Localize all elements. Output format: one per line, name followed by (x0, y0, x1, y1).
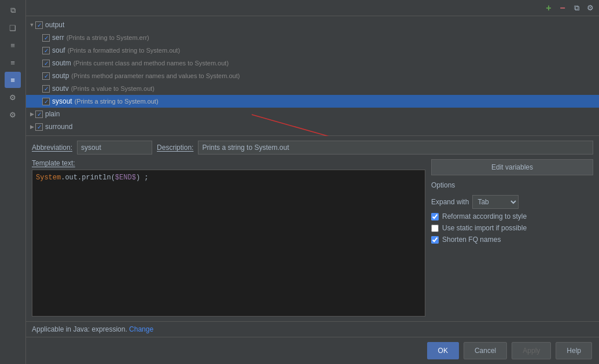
soutp-desc: (Prints method parameter names and value… (71, 72, 240, 79)
sidebar-icon-5[interactable]: ≡ (5, 72, 21, 88)
plain-checkbox[interactable] (35, 111, 43, 118)
sidebar-icon-6[interactable]: ⚙ (5, 89, 21, 105)
expand-with-select[interactable]: Tab Enter Space (472, 195, 519, 209)
sysout-desc: (Prints a string to System.out) (75, 98, 159, 105)
tree-item-soutv[interactable]: soutv (Prints a value to System.out) (26, 82, 599, 95)
tree-item-sysout[interactable]: sysout (Prints a string to System.out) (26, 95, 599, 108)
tree-item-serr[interactable]: serr (Prints a string to System.err) (26, 31, 599, 44)
abbreviation-input[interactable] (77, 141, 152, 155)
soutm-checkbox[interactable] (42, 60, 50, 67)
template-editor[interactable]: System.out.println($END$) ; (32, 170, 425, 317)
sysout-checkbox[interactable] (42, 98, 50, 105)
apply-button[interactable]: Apply (512, 342, 551, 359)
settings-toolbar-icon[interactable]: ⚙ (584, 2, 597, 14)
soutm-desc: (Prints current class and method names t… (74, 60, 229, 67)
output-arrow[interactable]: ▼ (28, 21, 35, 28)
surround-arrow[interactable]: ▶ (28, 123, 35, 130)
serr-checkbox[interactable] (42, 34, 50, 42)
tree-item-soutm[interactable]: soutm (Prints current class and method n… (26, 57, 599, 69)
options-title: Options (431, 181, 593, 189)
template-label: Template text: (32, 159, 425, 167)
tree-item-surround[interactable]: ▶ surround (26, 120, 599, 133)
soutv-checkbox[interactable] (42, 85, 50, 93)
output-label: output (45, 21, 64, 29)
expand-with-row: Expand with Tab Enter Space (431, 195, 593, 209)
duplicate-icon[interactable]: ⧉ (570, 2, 583, 14)
souf-label: souf (52, 46, 65, 54)
sidebar-icon-7[interactable]: ⚙ (5, 106, 21, 123)
cancel-button[interactable]: Cancel (464, 342, 507, 359)
soutv-label: soutv (52, 84, 69, 93)
sidebar-icon-3[interactable]: ≡ (5, 37, 21, 53)
bottom-panel: Abbreviation: Description: Template text… (26, 136, 599, 364)
reformat-checkbox-row[interactable]: Reformat according to style (431, 212, 593, 220)
static-import-checkbox[interactable] (431, 225, 439, 232)
template-row: Template text: System.out.println($END$)… (26, 157, 599, 321)
template-tree[interactable]: ▼ output serr (Prints a string to System… (26, 16, 599, 136)
serr-desc: (Prints a string to System.err) (67, 34, 149, 41)
buttons-row: OK Cancel Apply Help (26, 337, 599, 364)
fields-row: Abbreviation: Description: (26, 136, 599, 157)
tree-wrapper: ▼ output serr (Prints a string to System… (26, 16, 599, 136)
expand-with-label: Expand with (431, 198, 469, 206)
tree-item-souf[interactable]: souf (Prints a formatted string to Syste… (26, 44, 599, 57)
tree-item-soutp[interactable]: soutp (Prints method parameter names and… (26, 69, 599, 82)
soutp-label: soutp (52, 72, 69, 80)
help-button[interactable]: Help (556, 342, 592, 359)
plain-arrow[interactable]: ▶ (28, 111, 35, 117)
ok-button[interactable]: OK (427, 342, 459, 359)
description-input[interactable] (198, 141, 593, 155)
static-import-label: Use static import if possible (442, 224, 527, 232)
souf-checkbox[interactable] (42, 47, 50, 54)
soutp-checkbox[interactable] (42, 72, 50, 80)
abbreviation-label: Abbreviation: (32, 144, 72, 152)
remove-icon[interactable]: − (556, 2, 569, 14)
sidebar-icon-2[interactable]: ❑ (5, 20, 21, 36)
tree-item-output[interactable]: ▼ output (26, 19, 599, 31)
change-link[interactable]: Change (129, 325, 153, 333)
applicable-row: Applicable in Java: expression. Change (26, 321, 599, 337)
description-label: Description: (157, 144, 193, 152)
sidebar-icon-4[interactable]: ≡ (5, 54, 21, 71)
surround-label: surround (45, 123, 72, 131)
add-icon[interactable]: + (542, 2, 555, 14)
static-import-checkbox-row[interactable]: Use static import if possible (431, 224, 593, 232)
edit-variables-button[interactable]: Edit variables (431, 159, 593, 175)
surround-checkbox[interactable] (35, 123, 43, 131)
template-right: Edit variables Options Expand with Tab E… (431, 159, 593, 317)
shorten-checkbox-row[interactable]: Shorten FQ names (431, 236, 593, 244)
souf-desc: (Prints a formatted string to System.out… (68, 47, 180, 54)
template-left: Template text: System.out.println($END$)… (32, 159, 425, 317)
reformat-label: Reformat according to style (442, 212, 527, 220)
reformat-checkbox[interactable] (431, 213, 439, 220)
code-line: System.out.println($END$) ; (36, 174, 421, 182)
sidebar: ⧉ ❑ ≡ ≡ ≡ ⚙ ⚙ (0, 0, 26, 364)
sysout-label: sysout (52, 97, 72, 105)
sidebar-icon-1[interactable]: ⧉ (5, 2, 21, 19)
soutm-label: soutm (52, 59, 71, 67)
shorten-label: Shorten FQ names (442, 236, 501, 244)
output-checkbox[interactable] (35, 21, 43, 29)
applicable-text: Applicable in Java: expression. (32, 325, 127, 333)
shorten-checkbox[interactable] (431, 236, 439, 244)
soutv-desc: (Prints a value to System.out) (71, 85, 155, 92)
tree-item-plain[interactable]: ▶ plain (26, 108, 599, 120)
options-group: Options Expand with Tab Enter Space Refo… (431, 181, 593, 244)
plain-label: plain (45, 110, 60, 118)
serr-label: serr (52, 34, 64, 42)
main-panel: + − ⧉ ⚙ ▼ output serr (Prints a string t… (26, 0, 599, 364)
